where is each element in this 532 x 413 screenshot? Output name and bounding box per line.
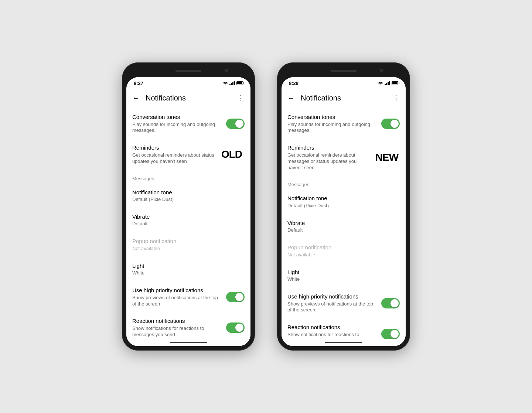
setting-text-4: Vibrate Default <box>132 213 245 227</box>
more-menu-button[interactable]: ⋮ <box>392 93 400 102</box>
setting-text-3: Notification tone Default (Pixie Dust) <box>132 189 245 203</box>
status-icons <box>378 81 398 85</box>
setting-title-1: Reminders <box>287 144 369 151</box>
setting-text-6: Light White <box>132 262 245 276</box>
setting-item-3[interactable]: Notification tone Default (Pixie Dust) <box>126 184 250 208</box>
setting-subtitle-7: Show previews of notifications at the to… <box>132 295 222 307</box>
phone-new: 8:28 ← Notifications ⋮ Conversation ton <box>277 62 410 351</box>
phone-notch <box>126 67 250 77</box>
setting-text-1: Reminders Get occasional reminders about… <box>287 144 374 171</box>
section-label-2: Messages <box>126 170 250 184</box>
setting-title-8: Reaction notifications <box>287 324 377 331</box>
setting-text-0: Conversation tones Play sounds for incom… <box>287 113 381 134</box>
setting-title-4: Vibrate <box>287 219 395 227</box>
phone-speaker <box>331 70 357 72</box>
setting-toggle-8[interactable]: Reaction notifications Show notification… <box>282 318 406 339</box>
toggle-switch-7[interactable] <box>381 298 400 308</box>
toggle-switch-7[interactable] <box>226 292 245 302</box>
setting-text-0: Conversation tones Play sounds for incom… <box>132 113 226 134</box>
toggle-switch-8[interactable] <box>226 322 245 333</box>
setting-subtitle-1: Get occasional reminders about messages … <box>287 152 369 171</box>
setting-subtitle-3: Default (Pixie Dust) <box>132 197 240 203</box>
setting-text-1: Reminders Get occasional reminders about… <box>132 144 219 164</box>
setting-toggle-1[interactable]: Reminders Get occasional reminders about… <box>282 139 406 176</box>
setting-text-5: Popup notification Not available <box>132 238 245 252</box>
status-time: 8:28 <box>289 81 299 86</box>
setting-subtitle-6: White <box>287 276 395 283</box>
wifi-icon <box>223 81 228 85</box>
setting-subtitle-5: Not available <box>287 252 395 258</box>
phone-speaker <box>175 70 201 72</box>
more-menu-button[interactable]: ⋮ <box>237 93 245 102</box>
setting-item-5[interactable]: Popup notification Not available <box>126 232 250 257</box>
setting-text-6: Light White <box>287 269 400 283</box>
setting-text-8: Reaction notifications Show notification… <box>287 324 381 339</box>
setting-text-7: Use high priority notifications Show pre… <box>287 293 381 313</box>
setting-title-6: Light <box>132 262 240 270</box>
setting-title-5: Popup notification <box>132 238 240 245</box>
setting-subtitle-4: Default <box>287 227 395 233</box>
setting-title-7: Use high priority notifications <box>132 287 222 294</box>
signal-icon <box>385 81 390 85</box>
setting-text-5: Popup notification Not available <box>287 244 400 258</box>
setting-subtitle-5: Not available <box>132 246 240 252</box>
setting-toggle-7[interactable]: Use high priority notifications Show pre… <box>282 288 406 318</box>
setting-item-4[interactable]: Vibrate Default <box>126 208 250 232</box>
toggle-switch-0[interactable] <box>381 119 400 129</box>
setting-item-6[interactable]: Light White <box>282 263 406 288</box>
setting-item-4[interactable]: Vibrate Default <box>282 214 406 239</box>
setting-subtitle-8: Show notifications for reactions to mess… <box>132 325 222 338</box>
phone-camera <box>380 69 383 72</box>
setting-subtitle-1: Get occasional reminders about status up… <box>132 152 214 165</box>
setting-toggle-7[interactable]: Use high priority notifications Show pre… <box>126 281 250 312</box>
toggle-switch-8[interactable] <box>381 329 400 339</box>
status-bar: 8:27 <box>126 77 250 88</box>
setting-text-3: Notification tone Default (Pixie Dust) <box>287 195 400 209</box>
setting-toggle-1[interactable]: Reminders Get occasional reminders about… <box>126 139 250 170</box>
phone-camera <box>225 69 228 72</box>
setting-title-8: Reaction notifications <box>132 317 222 325</box>
setting-subtitle-0: Play sounds for incoming and outgoing me… <box>287 122 377 134</box>
setting-title-7: Use high priority notifications <box>287 293 377 300</box>
setting-subtitle-7: Show previews of notifications at the to… <box>287 301 377 314</box>
phone-old: 8:27 ← Notifications ⋮ Conversation ton <box>122 62 255 351</box>
status-bar: 8:28 <box>282 77 406 88</box>
status-icons <box>223 81 243 85</box>
phone-home-bar <box>282 339 406 346</box>
back-button[interactable]: ← <box>132 94 140 102</box>
setting-item-5[interactable]: Popup notification Not available <box>282 239 406 263</box>
setting-item-6[interactable]: Light White <box>126 257 250 281</box>
setting-title-4: Vibrate <box>132 213 240 221</box>
setting-title-5: Popup notification <box>287 244 395 251</box>
signal-icon <box>229 81 235 85</box>
phone-screen-new: 8:28 ← Notifications ⋮ Conversation ton <box>282 77 406 346</box>
phones-container: 8:27 ← Notifications ⋮ Conversation ton <box>122 48 410 365</box>
setting-toggle-0[interactable]: Conversation tones Play sounds for incom… <box>126 108 250 139</box>
setting-text-4: Vibrate Default <box>287 219 400 233</box>
home-bar-indicator <box>325 342 362 343</box>
setting-subtitle-0: Play sounds for incoming and outgoing me… <box>132 122 222 134</box>
status-time: 8:27 <box>134 81 143 86</box>
setting-title-0: Conversation tones <box>287 113 377 121</box>
section-label-2: Messages <box>282 176 406 190</box>
phone-notch <box>282 67 406 77</box>
label-badge-old: OLD <box>219 149 245 160</box>
setting-subtitle-3: Default (Pixie Dust) <box>287 203 395 209</box>
setting-text-8: Reaction notifications Show notification… <box>132 317 226 338</box>
setting-item-3[interactable]: Notification tone Default (Pixie Dust) <box>282 190 406 214</box>
battery-icon <box>392 81 398 85</box>
phone-screen-old: 8:27 ← Notifications ⋮ Conversation ton <box>126 77 250 346</box>
setting-title-6: Light <box>287 269 395 276</box>
settings-content: Conversation tones Play sounds for incom… <box>282 108 406 339</box>
setting-toggle-8[interactable]: Reaction notifications Show notification… <box>126 312 250 339</box>
setting-text-7: Use high priority notifications Show pre… <box>132 287 226 307</box>
wifi-icon <box>378 81 383 85</box>
back-button[interactable]: ← <box>287 94 295 102</box>
battery-icon <box>236 81 243 85</box>
setting-toggle-0[interactable]: Conversation tones Play sounds for incom… <box>282 108 406 139</box>
setting-subtitle-4: Default <box>132 221 240 227</box>
settings-content: Conversation tones Play sounds for incom… <box>126 108 250 339</box>
app-header: ← Notifications ⋮ <box>126 88 250 108</box>
toggle-switch-0[interactable] <box>226 119 245 129</box>
home-bar-indicator <box>170 342 207 343</box>
